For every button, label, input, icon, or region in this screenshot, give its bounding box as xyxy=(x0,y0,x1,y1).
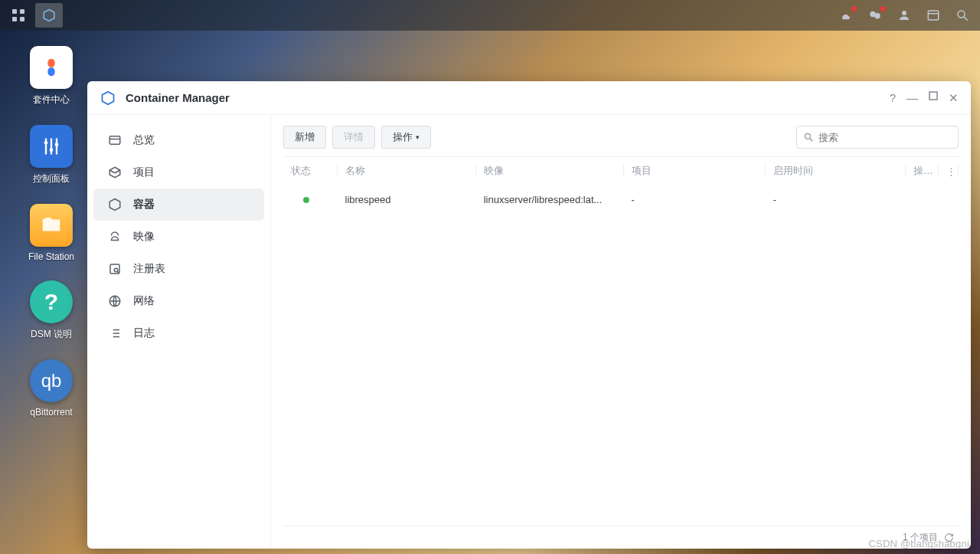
table-header: 状态 名称 映像 项目 启用时间 操... ⋮ xyxy=(283,157,959,185)
svg-rect-19 xyxy=(929,92,937,100)
chevron-down-icon: ▾ xyxy=(416,133,420,141)
sidebar-item-container[interactable]: 容器 xyxy=(93,188,264,221)
col-image[interactable]: 映像 xyxy=(476,164,624,178)
sidebar-item-label: 网络 xyxy=(133,294,155,308)
desktop-icon-package-center[interactable]: 套件中心 xyxy=(17,46,86,107)
taskbar-chat-icon[interactable] xyxy=(862,3,888,28)
col-more-icon[interactable]: ⋮ xyxy=(939,166,959,177)
taskbar-dashboard-icon[interactable] xyxy=(920,3,946,28)
close-icon[interactable]: ✕ xyxy=(949,91,959,105)
desktop-icon-label: DSM 说明 xyxy=(31,328,72,341)
svg-point-7 xyxy=(902,11,906,15)
cell-name: librespeed xyxy=(338,194,476,205)
desktop-icon-qbittorrent[interactable]: qb qBittorrent xyxy=(17,359,86,418)
svg-line-28 xyxy=(117,271,119,273)
sidebar-item-label: 容器 xyxy=(133,198,155,211)
sidebar-item-label: 日志 xyxy=(133,326,155,340)
search-box[interactable] xyxy=(796,126,959,149)
taskbar-widget-icon[interactable] xyxy=(833,3,859,28)
desktop-icon-file-station[interactable]: File Station xyxy=(17,204,86,262)
sidebar-item-label: 项目 xyxy=(133,166,155,179)
sidebar-item-label: 总览 xyxy=(133,133,155,147)
svg-marker-25 xyxy=(109,199,120,211)
status-running-icon xyxy=(303,197,309,203)
action-button[interactable]: 操作▾ xyxy=(381,126,431,149)
project-icon xyxy=(107,165,122,180)
minimize-icon[interactable]: — xyxy=(906,91,918,105)
cell-uptime: - xyxy=(766,194,906,205)
svg-rect-0 xyxy=(12,9,17,14)
desktop-icon-dsm-help[interactable]: ? DSM 说明 xyxy=(17,280,86,341)
container-manager-window: Container Manager ? — ✕ 总览 项目 容器 映像 注册表 … xyxy=(87,81,971,549)
desktop-icon-label: File Station xyxy=(28,251,74,262)
sidebar-item-overview[interactable]: 总览 xyxy=(93,124,264,156)
svg-point-36 xyxy=(805,133,810,139)
svg-marker-18 xyxy=(103,91,114,104)
svg-point-10 xyxy=(958,11,965,18)
desktop-icon-label: qBittorrent xyxy=(30,407,72,418)
sidebar-item-registry[interactable]: 注册表 xyxy=(93,253,264,285)
add-button[interactable]: 新增 xyxy=(283,126,326,149)
svg-line-23 xyxy=(109,170,115,173)
container-icon xyxy=(107,197,122,212)
taskbar-apps-icon[interactable] xyxy=(5,3,32,28)
sidebar-item-label: 注册表 xyxy=(133,262,165,276)
log-icon xyxy=(107,326,122,341)
svg-rect-12 xyxy=(45,139,47,155)
sidebar: 总览 项目 容器 映像 注册表 网络 日志 xyxy=(87,115,271,549)
taskbar-search-icon[interactable] xyxy=(949,3,975,28)
sidebar-item-project[interactable]: 项目 xyxy=(93,156,264,188)
sidebar-item-label: 映像 xyxy=(133,230,155,244)
main-panel: 新增 详情 操作▾ 状态 名称 映像 项目 启用时间 操... ⋮ xyxy=(271,115,971,549)
col-project[interactable]: 项目 xyxy=(624,164,766,178)
container-table: 状态 名称 映像 项目 启用时间 操... ⋮ librespeed linux… xyxy=(283,156,959,549)
registry-icon xyxy=(107,261,122,277)
window-titlebar: Container Manager ? — ✕ xyxy=(87,81,971,115)
taskbar xyxy=(0,0,980,31)
network-icon xyxy=(107,293,122,309)
svg-rect-13 xyxy=(51,139,52,155)
cell-image: linuxserver/librespeed:lat... xyxy=(476,194,624,205)
svg-line-24 xyxy=(115,170,120,173)
svg-point-15 xyxy=(44,141,48,145)
taskbar-container-icon[interactable] xyxy=(35,3,63,28)
watermark: CSDN @bangshabgni xyxy=(868,538,969,549)
svg-point-17 xyxy=(55,143,59,146)
overview-icon xyxy=(107,133,122,148)
desktop-icon-label: 套件中心 xyxy=(33,93,70,107)
toolbar: 新增 详情 操作▾ xyxy=(283,126,959,149)
desktop-icon-label: 控制面板 xyxy=(33,172,70,185)
sidebar-item-network[interactable]: 网络 xyxy=(93,285,264,317)
desktop-icons: 套件中心 控制面板 File Station ? DSM 说明 qb qBitt… xyxy=(17,46,86,418)
taskbar-user-icon[interactable] xyxy=(891,3,917,28)
col-operation[interactable]: 操... xyxy=(906,164,939,178)
table-row[interactable]: librespeed linuxserver/librespeed:lat...… xyxy=(283,185,959,214)
maximize-icon[interactable] xyxy=(929,91,938,105)
search-input[interactable] xyxy=(818,132,952,143)
search-icon xyxy=(803,132,814,143)
svg-rect-2 xyxy=(12,17,17,21)
svg-line-37 xyxy=(810,139,813,142)
svg-rect-20 xyxy=(109,136,120,145)
svg-line-11 xyxy=(964,17,968,21)
app-icon xyxy=(100,90,116,107)
detail-button[interactable]: 详情 xyxy=(332,126,375,149)
col-uptime[interactable]: 启用时间 xyxy=(766,164,906,178)
svg-marker-4 xyxy=(44,10,54,21)
help-icon[interactable]: ? xyxy=(890,91,896,105)
table-footer: 1 个项目 xyxy=(283,526,959,549)
col-name[interactable]: 名称 xyxy=(338,164,476,178)
col-status[interactable]: 状态 xyxy=(283,164,338,178)
svg-point-16 xyxy=(50,148,54,152)
desktop-icon-control-panel[interactable]: 控制面板 xyxy=(17,125,86,185)
window-title: Container Manager xyxy=(126,91,230,104)
svg-rect-8 xyxy=(928,11,939,20)
cell-project: - xyxy=(624,194,766,205)
image-icon xyxy=(107,229,122,244)
svg-rect-3 xyxy=(20,17,24,21)
sidebar-item-image[interactable]: 映像 xyxy=(93,221,264,253)
cell-status xyxy=(283,194,338,205)
svg-rect-1 xyxy=(20,9,24,14)
sidebar-item-log[interactable]: 日志 xyxy=(93,317,264,349)
svg-point-6 xyxy=(874,13,880,19)
